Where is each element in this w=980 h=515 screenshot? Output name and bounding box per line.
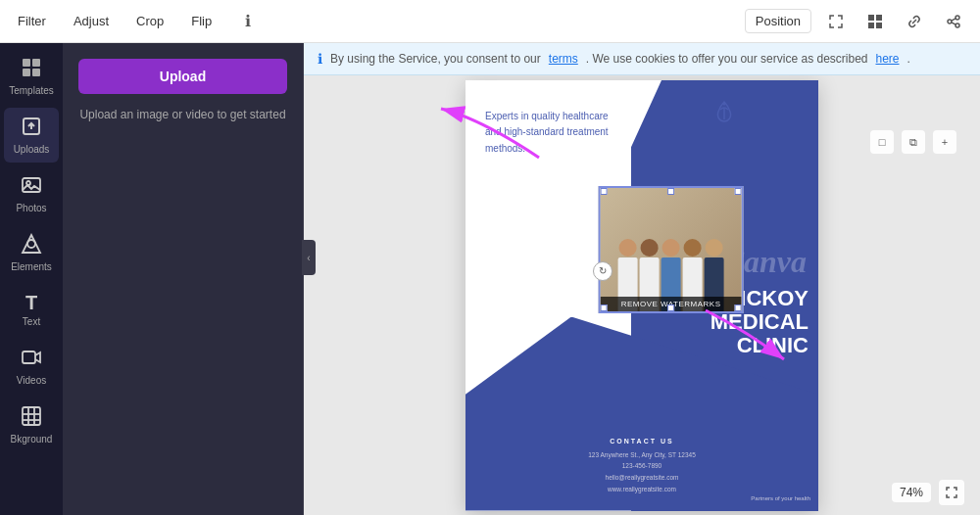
svg-point-6 xyxy=(956,23,959,27)
templates-icon xyxy=(21,57,42,83)
handle-tc[interactable] xyxy=(667,188,674,195)
background-icon xyxy=(21,405,42,432)
svg-line-7 xyxy=(952,18,956,20)
contact-info: 123 Anywhere St., Any City, ST 12345 123… xyxy=(588,449,696,495)
svg-rect-1 xyxy=(876,15,882,21)
link-icon[interactable] xyxy=(900,7,929,36)
tagline: Partners of your health xyxy=(751,495,810,501)
sidebar-item-photos[interactable]: Photos xyxy=(4,166,59,221)
sidebar-item-text[interactable]: T Text xyxy=(4,284,59,335)
toolbar-right: Position xyxy=(745,7,968,36)
svg-rect-2 xyxy=(868,23,874,28)
svg-rect-0 xyxy=(868,15,874,21)
text-label: Text xyxy=(23,316,40,327)
main-area: Templates Uploads Photos xyxy=(0,43,980,515)
filter-button[interactable]: Filter xyxy=(12,10,52,32)
upload-hint: Upload an image or video to get started xyxy=(78,106,287,123)
svg-point-17 xyxy=(27,240,35,248)
flip-button[interactable]: Flip xyxy=(185,10,218,32)
svg-point-5 xyxy=(948,20,952,23)
svg-line-8 xyxy=(952,22,956,23)
copy-style-button[interactable]: □ xyxy=(870,130,894,154)
info-icon: ℹ xyxy=(318,51,322,67)
handle-tl[interactable] xyxy=(601,188,608,195)
photos-icon xyxy=(21,174,42,201)
sidebar-item-uploads[interactable]: Uploads xyxy=(4,108,59,163)
photo-people xyxy=(614,188,728,311)
position-button[interactable]: Position xyxy=(745,9,811,33)
photo-inner xyxy=(601,188,742,311)
info-bar: ℹ By using the Service, you consent to o… xyxy=(304,43,980,75)
head-4 xyxy=(684,239,702,257)
duplicate-button[interactable]: ⧉ xyxy=(902,130,925,154)
handle-bl[interactable] xyxy=(601,304,608,311)
svg-rect-10 xyxy=(32,59,40,67)
magic-resize-icon[interactable] xyxy=(821,7,851,36)
svg-rect-12 xyxy=(32,69,40,76)
bottom-bar: 74% xyxy=(892,480,964,505)
collapse-handle[interactable]: ‹ xyxy=(302,240,316,275)
here-link[interactable]: here xyxy=(876,52,900,66)
head-3 xyxy=(662,239,680,257)
uploads-icon xyxy=(21,116,42,142)
card-actions: □ ⧉ + xyxy=(870,130,956,154)
sidebar-item-templates[interactable]: Templates xyxy=(4,49,59,104)
terms-link[interactable]: terms xyxy=(549,52,578,66)
sidebar-item-videos[interactable]: Videos xyxy=(4,339,59,394)
info-button[interactable]: ℹ xyxy=(233,7,263,36)
elements-icon xyxy=(21,233,42,259)
canvas-content[interactable]: □ ⧉ + Experts in quality healthcare and … xyxy=(304,75,980,515)
upload-panel: Upload Upload an image or video to get s… xyxy=(63,43,304,515)
add-button[interactable]: + xyxy=(933,130,956,154)
contact-section: CONTACT US 123 Anywhere St., Any City, S… xyxy=(466,317,818,511)
head-5 xyxy=(706,239,723,257)
handle-br[interactable] xyxy=(735,304,742,311)
sidebar-item-background[interactable]: Bkground xyxy=(4,398,59,452)
background-label: Bkground xyxy=(11,434,53,445)
handle-tr[interactable] xyxy=(735,188,742,195)
medical-icon xyxy=(710,98,738,129)
svg-rect-11 xyxy=(23,69,30,76)
sidebar-item-elements[interactable]: Elements xyxy=(4,225,59,280)
svg-point-25 xyxy=(723,102,726,105)
grid-icon[interactable] xyxy=(860,7,890,36)
photo-placeholder[interactable]: REMOVE WATERMARKS xyxy=(599,186,744,313)
info-text-after: . We use cookies to offer you our servic… xyxy=(586,52,868,66)
share-button[interactable] xyxy=(939,7,968,36)
videos-label: Videos xyxy=(17,375,46,386)
svg-rect-19 xyxy=(23,407,40,425)
info-text-before: By using the Service, you consent to our xyxy=(330,52,541,66)
handle-bc[interactable] xyxy=(667,304,674,311)
svg-marker-16 xyxy=(23,235,40,253)
top-toolbar: Filter Adjust Crop Flip ℹ Position xyxy=(0,0,980,43)
upload-button[interactable]: Upload xyxy=(78,59,287,94)
adjust-button[interactable]: Adjust xyxy=(68,10,115,32)
photos-label: Photos xyxy=(16,203,46,213)
zoom-label: 74% xyxy=(892,483,931,502)
sidebar: Templates Uploads Photos xyxy=(0,43,63,515)
fullscreen-button[interactable] xyxy=(939,480,964,505)
templates-label: Templates xyxy=(9,85,54,96)
elements-label: Elements xyxy=(11,261,52,272)
crop-button[interactable]: Crop xyxy=(130,10,170,32)
svg-rect-3 xyxy=(876,23,882,28)
text-icon: T xyxy=(25,292,37,314)
svg-rect-18 xyxy=(23,351,35,363)
card-headline: Experts in quality healthcare and high-s… xyxy=(485,108,612,157)
rotate-handle[interactable]: ↻ xyxy=(593,261,612,281)
design-card: Experts in quality healthcare and high-s… xyxy=(466,80,818,511)
videos-icon xyxy=(21,347,42,373)
canvas-area: ℹ By using the Service, you consent to o… xyxy=(304,43,980,515)
info-text-end: . xyxy=(907,52,910,66)
head-1 xyxy=(619,239,637,257)
svg-rect-9 xyxy=(23,59,30,67)
head-2 xyxy=(641,239,659,257)
contact-title: CONTACT US xyxy=(610,438,673,445)
svg-point-4 xyxy=(956,16,959,20)
uploads-label: Uploads xyxy=(14,144,50,155)
